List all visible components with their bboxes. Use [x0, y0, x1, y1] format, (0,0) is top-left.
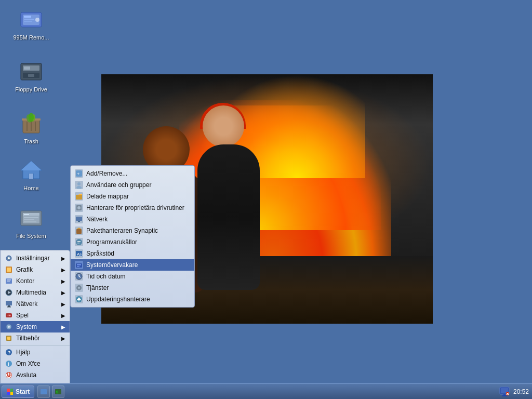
- svg-point-63: [77, 206, 81, 209]
- start-button[interactable]: Start: [2, 385, 34, 398]
- arrow-icon: ▶: [61, 324, 65, 330]
- submenu-item-hanterare[interactable]: Hanterare för proprietära drivrutiner: [71, 202, 194, 214]
- desktop-icon-floppy[interactable]: Floppy Drive: [8, 57, 55, 95]
- submenu-item-paket[interactable]: Pakethanteraren Synaptic: [71, 225, 194, 236]
- desktop-icon-filesystem[interactable]: File System: [8, 204, 55, 241]
- svg-rect-85: [7, 392, 10, 395]
- svg-marker-61: [76, 194, 82, 195]
- taskbar-icon-files[interactable]: [37, 385, 50, 398]
- submenu-item-uppdatering[interactable]: Uppdateringshanterare: [71, 294, 194, 305]
- filesystem-label: File System: [16, 233, 46, 239]
- system-submenu: + Add/Remove... Användare och grupper De…: [70, 165, 195, 308]
- menu-label-grafik: Grafik: [16, 266, 33, 273]
- menu-item-hjalp[interactable]: ? Hjälp: [1, 347, 70, 358]
- submenu-label-programvara: Programvarukällor: [86, 238, 137, 246]
- filesystem-icon: [19, 206, 44, 231]
- svg-text:あ: あ: [79, 252, 83, 257]
- sprakstod-icon: Aあ: [75, 249, 83, 258]
- svg-rect-10: [24, 66, 30, 70]
- desktop-icon-home[interactable]: Home: [8, 156, 55, 193]
- arrow-icon: ▶: [61, 313, 65, 318]
- svg-text:+: +: [77, 171, 79, 177]
- kontor-icon: [5, 277, 13, 285]
- menu-item-omxfce[interactable]: i Om Xfce: [1, 358, 70, 369]
- svg-rect-45: [8, 314, 8, 316]
- submenu-label-tid: Tid och datum: [86, 273, 126, 280]
- taskbar: Start $ 2: [0, 383, 532, 399]
- home-label: Home: [23, 185, 38, 191]
- removable-drive-label: 995M Remo...: [13, 34, 49, 41]
- menu-item-grafik[interactable]: Grafik ▶: [1, 264, 70, 275]
- submenu-label-systemovervakare: Systemövervakare: [86, 261, 138, 269]
- arrow-icon: ▶: [61, 301, 65, 307]
- menu-item-natverk[interactable]: Nätverk ▶: [1, 298, 70, 310]
- svg-point-16: [29, 113, 34, 122]
- submenu-label-anvandare: Användare och grupper: [86, 181, 151, 189]
- tid-icon: [75, 272, 83, 281]
- svg-rect-75: [77, 264, 81, 265]
- avsluta-icon: [5, 371, 13, 379]
- svg-rect-66: [76, 229, 82, 234]
- taskbar-icon-term[interactable]: $: [52, 385, 64, 398]
- svg-rect-27: [24, 217, 38, 218]
- desktop: 995M Remo... Floppy Drive: [0, 0, 532, 399]
- desktop-icon-trash[interactable]: Trash: [8, 109, 55, 147]
- start-icon: [6, 388, 14, 395]
- menu-item-installningar[interactable]: Inställningar ▶: [1, 252, 70, 264]
- submenu-label-paket: Pakethanteraren Synaptic: [86, 227, 158, 234]
- app-menu: Inställningar ▶ Grafik ▶ Kontor ▶ Multim…: [0, 250, 70, 383]
- svg-point-58: [77, 182, 81, 185]
- svg-point-5: [35, 18, 39, 22]
- submenu-item-programvara[interactable]: Programvarukällor: [71, 236, 194, 248]
- svg-rect-60: [76, 195, 82, 200]
- submenu-label-delade: Delade mappar: [86, 193, 129, 200]
- arrow-icon: ▶: [61, 267, 65, 273]
- submenu-item-natverk[interactable]: Nätverk: [71, 214, 194, 225]
- svg-rect-41: [7, 307, 11, 308]
- submenu-item-sprakstod[interactable]: Aあ Språkstöd: [71, 248, 194, 259]
- taskbar-right: 20:52: [499, 386, 532, 397]
- submenu-item-add-remove[interactable]: + Add/Remove...: [71, 168, 194, 179]
- svg-point-47: [8, 326, 10, 328]
- floppy-drive-icon: [19, 59, 44, 84]
- submenu-item-anvandare[interactable]: Användare och grupper: [71, 179, 194, 191]
- menu-label-system: System: [16, 323, 37, 330]
- removable-drive-icon: [19, 7, 44, 32]
- svg-rect-33: [7, 268, 11, 272]
- submenu-item-delade[interactable]: Delade mappar: [71, 191, 194, 202]
- arrow-icon: ▶: [61, 256, 65, 261]
- menu-label-kontor: Kontor: [16, 277, 34, 285]
- submenu-item-tid[interactable]: Tid och datum: [71, 271, 194, 282]
- svg-rect-9: [28, 74, 34, 77]
- menu-label-omxfce: Om Xfce: [16, 360, 41, 367]
- menu-item-avsluta[interactable]: Avsluta: [1, 369, 70, 381]
- menu-item-system[interactable]: System ▶: [1, 321, 70, 332]
- anvandare-icon: [75, 181, 83, 189]
- add-remove-icon: +: [75, 169, 83, 178]
- grafik-icon: [5, 265, 13, 274]
- system-icon: [5, 323, 13, 331]
- menu-item-kontor[interactable]: Kontor ▶: [1, 275, 70, 287]
- menu-item-multimedia[interactable]: Multimedia ▶: [1, 287, 70, 298]
- svg-rect-87: [41, 389, 47, 394]
- tjanster-icon: [75, 284, 83, 292]
- svg-point-59: [76, 186, 82, 189]
- submenu-item-systemovervakare[interactable]: Systemövervakare: [71, 259, 194, 271]
- menu-item-spel[interactable]: Spel ▶: [1, 310, 70, 321]
- submenu-item-tjanster[interactable]: Tjänster: [71, 282, 194, 294]
- svg-text:i: i: [8, 362, 9, 367]
- arrow-icon: ▶: [61, 290, 65, 296]
- desktop-icon-removable[interactable]: 995M Remo...: [8, 5, 55, 43]
- svg-rect-70: [77, 243, 79, 244]
- svg-point-31: [8, 257, 10, 259]
- svg-rect-49: [7, 337, 10, 340]
- svg-rect-28: [24, 219, 34, 220]
- programvara-icon: [75, 238, 83, 246]
- svg-rect-65: [78, 221, 80, 222]
- menu-item-tillbehor[interactable]: Tillbehör ▶: [1, 332, 70, 344]
- home-folder-icon: [19, 158, 44, 183]
- network-icon[interactable]: [499, 386, 510, 397]
- svg-rect-22: [29, 174, 33, 179]
- paket-icon: [75, 227, 83, 235]
- svg-rect-86: [10, 392, 13, 395]
